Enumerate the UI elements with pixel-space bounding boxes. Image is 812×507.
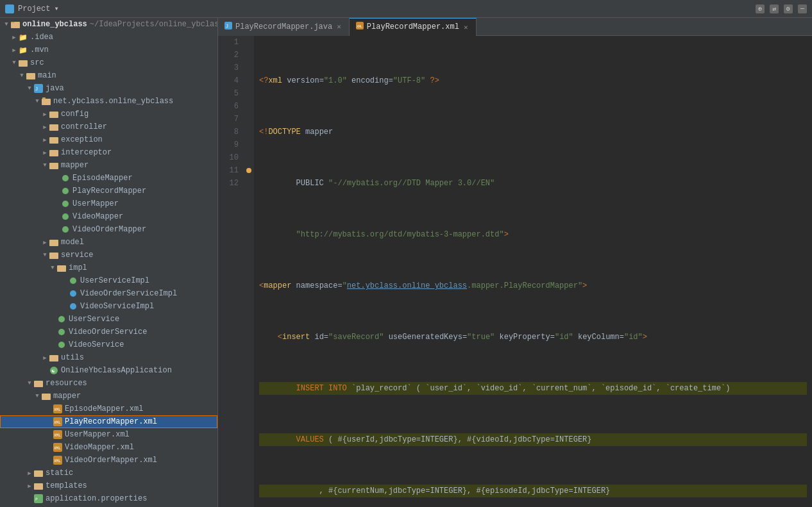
svg-text:J: J [226,24,228,29]
episode-mapper-xml-label: EpisodeMapper.xml [65,404,143,413]
code-line-6: <insert id="saveRecord" useGeneratedKeys… [259,331,807,344]
insert-usegenkeys-attr: useGeneratedKeys= [384,331,467,344]
sidebar-item-service[interactable]: ▼ service [0,249,217,262]
interceptor-arrow: ▶ [41,149,49,156]
sidebar-item-idea[interactable]: ▶ 📁 .idea [0,31,217,44]
java-src-icon: J [33,83,44,94]
sidebar-item-model[interactable]: ▶ model [0,236,217,249]
sidebar-item-app-properties[interactable]: P application.properties [0,492,217,505]
diff-button[interactable]: ⇄ [770,4,779,13]
insert-into-indent [259,382,296,395]
svg-rect-1 [11,22,15,23]
insert-keyprop-val: "id" [555,331,573,344]
code-line-4: "http://mybatis.org/dtd/mybatis-3-mapper… [259,228,807,241]
globe-button[interactable]: ⊕ [756,4,765,13]
sidebar-item-userserviceimpl[interactable]: UserServiceImpl [0,274,217,287]
line-num-1: 1 [223,36,239,49]
sidebar-item-videoservice[interactable]: VideoService [0,338,217,351]
sidebar-item-config[interactable]: ▶ config [0,108,217,121]
userservice-icon [56,314,67,324]
xml-decl-enc-attr: encoding= [347,74,393,87]
sidebar-item-src[interactable]: ▼ src [0,56,217,69]
tab-xml-close[interactable]: ✕ [462,23,469,31]
sidebar-item-playrecord-mapper-java[interactable]: PlayRecordMapper [0,185,217,197]
sidebar-item-interceptor[interactable]: ▶ interceptor [0,146,217,159]
service-label: service [61,251,93,260]
src-arrow: ▼ [10,60,18,66]
mapper-ns-val1: "net.ybclass.online_ybclass.mapper.PlayR… [343,279,582,292]
sidebar-item-episode-mapper[interactable]: EpisodeMapper [0,172,217,185]
doctype-url-indent [259,228,296,241]
tab-playrecord-java[interactable]: J PlayRecordMapper.java ✕ [218,18,350,36]
sidebar-item-videoorder-mapper-xml[interactable]: XML VideoOrderMapper.xml [0,454,217,467]
service-folder-icon [49,250,59,260]
sidebar-item-root[interactable]: ▼ online_ybclass ~/IdeaProjects/online_y… [0,18,217,31]
sidebar-item-video-mapper[interactable]: VideoMapper [0,210,217,223]
insert-indent [259,331,278,344]
userservice-label: UserService [69,315,119,324]
sidebar-item-video-mapper-xml[interactable]: XML VideoMapper.xml [0,441,217,454]
code-editor[interactable]: 1 2 3 4 5 6 7 8 9 10 11 12 [218,36,812,507]
tab-java-close[interactable]: ✕ [335,22,343,31]
sidebar-item-user-mapper-xml[interactable]: XML UserMapper.xml [0,428,217,441]
svg-rect-31 [34,470,43,477]
tab-playrecord-xml[interactable]: XML PlayRecordMapper.xml ✕ [350,18,477,36]
video-mapper-xml-icon: XML [53,442,63,453]
sidebar-item-main[interactable]: ▼ main [0,69,217,82]
sidebar-item-controller[interactable]: ▶ controller [0,121,217,133]
xml-decl-enc-val: "UTF-8" [393,74,425,87]
mapper-java-folder-icon [49,160,59,170]
app-label: OnlineYbclassApplication [61,366,172,375]
sidebar-item-static[interactable]: ▶ static [0,467,217,479]
sidebar-item-videoorderservice[interactable]: VideoOrderService [0,326,217,338]
interceptor-folder-icon [49,147,59,158]
svg-rect-16 [49,355,58,362]
sidebar-item-videoorderserviceimpl[interactable]: VideoOrderServiceImpl [0,287,217,300]
title-bar-project-label: Project [18,4,50,13]
sidebar-item-utils[interactable]: ▶ utils [0,351,217,364]
minimize-button[interactable]: — [798,4,807,13]
src-label: src [30,58,44,67]
app-properties-label: application.properties [46,494,147,503]
svg-rect-6 [42,99,51,105]
sidebar-item-episode-mapper-xml[interactable]: XML EpisodeMapper.xml [0,403,217,415]
app-spring-icon: ☯ [49,365,59,376]
net-label: net.ybclass.online_ybclass [53,97,173,106]
sidebar-item-user-mapper[interactable]: UserMapper [0,197,217,210]
sidebar-item-userservice[interactable]: UserService [0,313,217,326]
sidebar-item-mvn[interactable]: ▶ 📁 .mvn [0,44,217,56]
sidebar-item-templates[interactable]: ▶ templates [0,479,217,492]
impl-label: impl [69,263,87,272]
svg-rect-8 [49,112,58,118]
sidebar-item-net[interactable]: ▼ net.ybclass.online_ybclass [0,95,217,108]
sidebar[interactable]: ▼ online_ybclass ~/IdeaProjects/online_y… [0,18,218,507]
settings-button[interactable]: ⚙ [784,4,793,13]
sidebar-item-exception[interactable]: ▶ exception [0,133,217,146]
title-bar-dropdown-icon[interactable]: ▾ [54,4,58,13]
sidebar-item-app[interactable]: ☯ OnlineYbclassApplication [0,364,217,377]
xml-decl-version-attr: version= [282,74,324,87]
code-content[interactable]: <?xml version="1.0" encoding="UTF-8" ?> … [254,36,812,507]
code-line-8: VALUES ( #{userId,jdbcType=INTEGER}, #{v… [259,433,807,446]
sidebar-item-mapper-java[interactable]: ▼ mapper [0,159,217,172]
insert-id-attr: id= [310,331,328,344]
sidebar-item-mapper-resources[interactable]: ▼ mapper [0,390,217,403]
videoservice-icon [56,340,67,350]
sidebar-item-java[interactable]: ▼ J java [0,82,217,95]
sidebar-item-impl[interactable]: ▼ impl [0,262,217,274]
playrecord-mapper-java-icon [60,186,71,196]
root-arrow: ▼ [3,21,10,28]
sidebar-item-playrecord-mapper-xml[interactable]: XML PlayRecordMapper.xml [0,415,217,428]
main-arrow: ▼ [18,72,26,79]
sidebar-item-resources[interactable]: ▼ resources [0,377,217,390]
sidebar-item-videoserviceimpl[interactable]: VideoServiceImpl [0,300,217,313]
svg-rect-3 [26,73,35,79]
breakpoint-dot [246,168,251,173]
src-folder-icon [18,58,28,68]
svg-rect-15 [57,265,66,272]
code-line-5: <mapper namespace="net.ybclass.online_yb… [259,279,807,292]
gutter [244,36,254,507]
sidebar-item-videoorder-mapper[interactable]: VideoOrderMapper [0,223,217,236]
insert-keycol-val: "id" [624,331,643,344]
svg-text:☯: ☯ [51,369,55,374]
